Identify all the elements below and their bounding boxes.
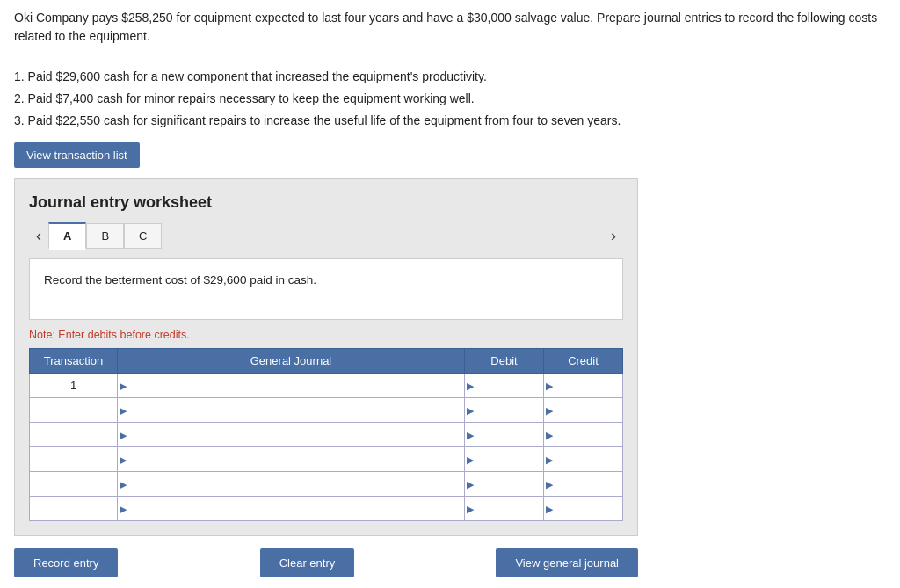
debit-input-1[interactable] bbox=[465, 374, 543, 397]
general-journal-cell-5[interactable]: ▶ bbox=[118, 472, 465, 497]
journal-table: Transaction General Journal Debit Credit… bbox=[29, 348, 623, 521]
general-journal-cell-6[interactable]: ▶ bbox=[118, 497, 465, 521]
credit-cell-4[interactable]: ▶ bbox=[544, 447, 623, 472]
tab-c[interactable]: C bbox=[124, 223, 162, 249]
debit-cell-4[interactable]: ▶ bbox=[465, 447, 544, 472]
general-journal-cell-3[interactable]: ▶ bbox=[118, 423, 465, 447]
record-entry-button[interactable]: Record entry bbox=[14, 548, 118, 577]
debit-input-2[interactable] bbox=[465, 398, 543, 422]
debit-input-6[interactable] bbox=[465, 497, 543, 520]
credit-input-2[interactable] bbox=[544, 398, 622, 422]
col-header-general-journal: General Journal bbox=[118, 349, 465, 374]
table-row: ▶ ▶ ▶ bbox=[30, 497, 623, 521]
transaction-cell-2 bbox=[30, 398, 118, 423]
instruction-text: Record the betterment cost of $29,600 pa… bbox=[44, 273, 316, 287]
worksheet-container: Journal entry worksheet ‹ A B C › Record… bbox=[14, 178, 638, 536]
debit-input-3[interactable] bbox=[465, 423, 543, 446]
general-journal-input-4[interactable] bbox=[118, 447, 464, 471]
debit-cell-3[interactable]: ▶ bbox=[465, 423, 544, 447]
credit-cell-1[interactable]: ▶ bbox=[544, 374, 623, 398]
table-row: ▶ ▶ ▶ bbox=[30, 447, 623, 472]
credit-input-3[interactable] bbox=[544, 423, 622, 446]
problem-intro: Oki Company pays $258,250 for equipment … bbox=[14, 9, 886, 46]
credit-cell-3[interactable]: ▶ bbox=[544, 423, 623, 447]
general-journal-input-5[interactable] bbox=[118, 472, 464, 496]
view-transaction-button[interactable]: View transaction list bbox=[14, 142, 140, 168]
table-row: 1 ▶ ▶ ▶ bbox=[30, 374, 623, 398]
debit-cell-6[interactable]: ▶ bbox=[465, 497, 544, 521]
note-text: Note: Enter debits before credits. bbox=[29, 329, 623, 341]
debit-cell-5[interactable]: ▶ bbox=[465, 472, 544, 497]
credit-input-5[interactable] bbox=[544, 472, 622, 496]
general-journal-cell-1[interactable]: ▶ bbox=[118, 374, 465, 398]
clear-entry-button[interactable]: Clear entry bbox=[260, 548, 355, 577]
instruction-box: Record the betterment cost of $29,600 pa… bbox=[29, 258, 623, 320]
general-journal-input-3[interactable] bbox=[118, 423, 464, 446]
transaction-cell-4 bbox=[30, 447, 118, 472]
credit-cell-6[interactable]: ▶ bbox=[544, 497, 623, 521]
transaction-cell-1: 1 bbox=[30, 374, 118, 398]
table-row: ▶ ▶ ▶ bbox=[30, 398, 623, 423]
debit-cell-1[interactable]: ▶ bbox=[465, 374, 544, 398]
problem-item-3: 3. Paid $22,550 cash for significant rep… bbox=[14, 112, 886, 130]
tab-b[interactable]: B bbox=[86, 223, 124, 249]
transaction-cell-6 bbox=[30, 497, 118, 521]
view-general-journal-button[interactable]: View general journal bbox=[496, 548, 638, 577]
table-row: ▶ ▶ ▶ bbox=[30, 423, 623, 447]
transaction-cell-5 bbox=[30, 472, 118, 497]
col-header-transaction: Transaction bbox=[30, 349, 118, 374]
debit-input-5[interactable] bbox=[465, 472, 543, 496]
problem-item-2: 2. Paid $7,400 cash for minor repairs ne… bbox=[14, 90, 886, 108]
col-header-debit: Debit bbox=[465, 349, 544, 374]
worksheet-title: Journal entry worksheet bbox=[29, 193, 623, 212]
tab-a[interactable]: A bbox=[48, 222, 86, 250]
transaction-cell-3 bbox=[30, 423, 118, 447]
bottom-buttons: Record entry Clear entry View general jo… bbox=[14, 548, 638, 577]
credit-cell-5[interactable]: ▶ bbox=[544, 472, 623, 497]
credit-cell-2[interactable]: ▶ bbox=[544, 398, 623, 423]
debit-cell-2[interactable]: ▶ bbox=[465, 398, 544, 423]
problem-text: Oki Company pays $258,250 for equipment … bbox=[14, 9, 886, 130]
col-header-credit: Credit bbox=[544, 349, 623, 374]
tab-next-arrow[interactable]: › bbox=[604, 223, 623, 249]
debit-input-4[interactable] bbox=[465, 447, 543, 471]
general-journal-cell-2[interactable]: ▶ bbox=[118, 398, 465, 423]
general-journal-input-1[interactable] bbox=[118, 374, 464, 397]
general-journal-cell-4[interactable]: ▶ bbox=[118, 447, 465, 472]
credit-input-6[interactable] bbox=[544, 497, 622, 520]
general-journal-input-2[interactable] bbox=[118, 398, 464, 422]
credit-input-4[interactable] bbox=[544, 447, 622, 471]
credit-input-1[interactable] bbox=[544, 374, 622, 397]
tab-prev-arrow[interactable]: ‹ bbox=[29, 223, 48, 249]
tabs-row: ‹ A B C › bbox=[29, 222, 623, 250]
table-row: ▶ ▶ ▶ bbox=[30, 472, 623, 497]
general-journal-input-6[interactable] bbox=[118, 497, 464, 520]
problem-item-1: 1. Paid $29,600 cash for a new component… bbox=[14, 68, 886, 86]
